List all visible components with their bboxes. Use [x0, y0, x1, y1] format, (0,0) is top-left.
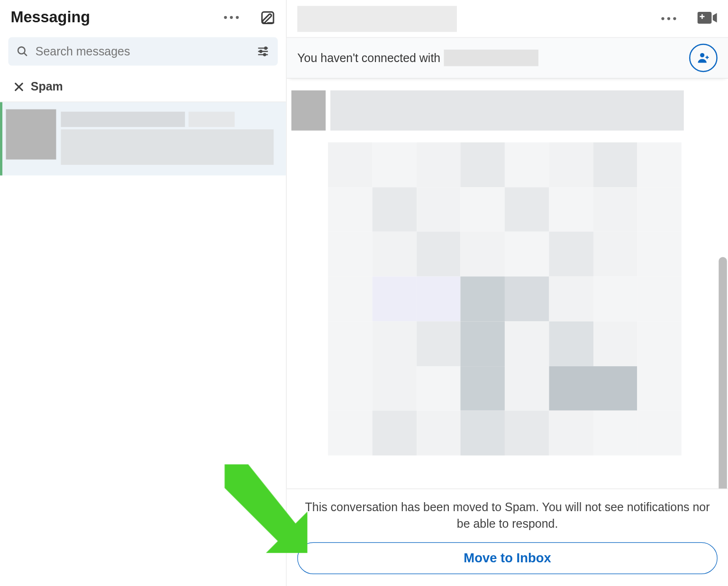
svg-rect-14 [701, 14, 702, 18]
sidebar-header: Messaging [0, 0, 286, 37]
conversation-snippet-redacted [61, 129, 273, 165]
conversation-more-options[interactable] [661, 17, 676, 20]
folder-filter-chip[interactable]: Spam [0, 72, 286, 102]
search-icon [17, 45, 28, 57]
close-icon[interactable] [13, 81, 25, 92]
avatar [6, 109, 56, 160]
connection-text: You haven't connected with [297, 51, 440, 65]
connect-button[interactable] [689, 44, 718, 72]
move-to-inbox-button[interactable]: Move to Inbox [297, 542, 718, 574]
spam-notice-text: This conversation has been moved to Spam… [300, 498, 714, 532]
participant-name-redacted [297, 6, 457, 32]
video-icon [697, 10, 717, 25]
conversation-item[interactable] [0, 102, 286, 176]
spam-footer: This conversation has been moved to Spam… [287, 488, 728, 586]
message-avatar [291, 90, 326, 131]
compose-button[interactable] [260, 10, 275, 25]
search-bar[interactable] [8, 37, 278, 66]
svg-line-3 [24, 53, 27, 56]
scrollbar[interactable] [719, 257, 727, 488]
more-options-button[interactable] [224, 16, 239, 19]
connection-banner: You haven't connected with [287, 38, 728, 79]
messaging-sidebar: Messaging Spam [0, 0, 287, 586]
message-body [287, 79, 728, 488]
search-input[interactable] [36, 45, 249, 58]
message-row [291, 90, 684, 131]
person-add-icon [697, 51, 710, 64]
svg-point-9 [264, 54, 266, 56]
conversation-pane: You haven't connected with [287, 0, 728, 586]
svg-rect-12 [697, 11, 711, 23]
conversation-preview [61, 109, 280, 169]
folder-label: Spam [31, 80, 63, 93]
page-title: Messaging [10, 8, 90, 27]
compose-icon [260, 10, 275, 25]
message-header-redacted [330, 90, 684, 131]
message-content-redacted [328, 143, 682, 456]
filter-icon[interactable] [256, 45, 269, 58]
svg-point-15 [700, 53, 704, 57]
svg-point-2 [18, 47, 25, 54]
conversation-date-redacted [189, 112, 235, 127]
conversation-header [287, 0, 728, 38]
conversation-name-redacted [61, 112, 185, 127]
connection-name-redacted [444, 50, 539, 66]
video-call-button[interactable] [697, 10, 717, 27]
svg-point-7 [264, 47, 267, 49]
svg-point-8 [260, 50, 262, 53]
